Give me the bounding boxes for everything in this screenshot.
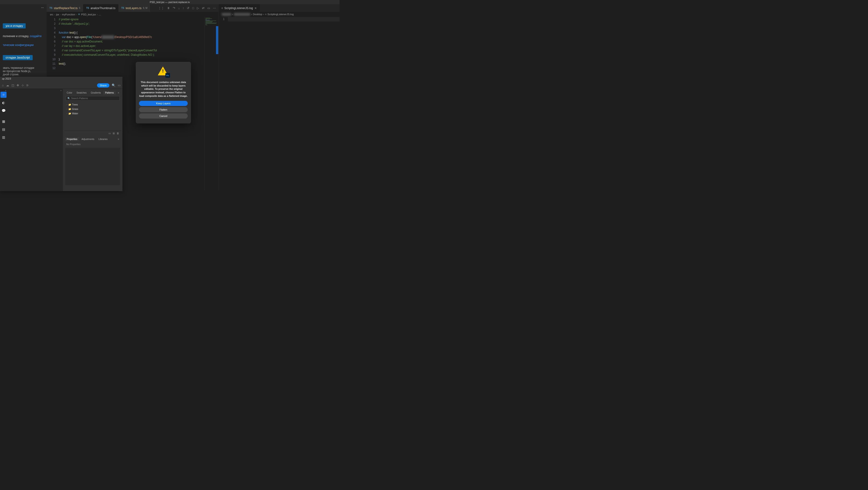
editor-tab[interactable]: TS startReplaceText.ts 6 bbox=[46, 4, 83, 12]
dialog-message: This document contains unknown data whic… bbox=[139, 81, 188, 97]
file-icon: ≡ bbox=[265, 13, 266, 16]
keep-layers-button[interactable]: Keep Layers bbox=[139, 101, 188, 106]
typescript-icon: TS bbox=[86, 7, 89, 9]
drag-icon[interactable]: ⋮⋮ bbox=[158, 6, 164, 10]
line-number-gutter: 1 bbox=[218, 17, 228, 22]
workspace-icon[interactable]: ▭ bbox=[118, 84, 121, 87]
panel-tab-adjustments[interactable]: Adjustments bbox=[80, 137, 96, 141]
move-icon[interactable]: ✥ bbox=[17, 84, 19, 87]
pattern-folder-trees[interactable]: ›📁Trees bbox=[66, 103, 119, 107]
photoshop-titlebar[interactable]: эр 2023 bbox=[0, 77, 122, 82]
help-text-line: дной строке. bbox=[3, 73, 44, 76]
breadcrumb-segment[interactable]: jsx bbox=[56, 13, 59, 16]
align-icon[interactable]: ⊪ bbox=[26, 84, 29, 87]
search-icon: 🔍 bbox=[67, 97, 70, 99]
panel-tab-color[interactable]: Color bbox=[65, 91, 74, 95]
chevron-right-icon: › bbox=[67, 112, 67, 115]
color-tool-icon[interactable]: ◐ bbox=[0, 99, 6, 106]
config-link[interactable]: тические конфигурации bbox=[3, 44, 34, 47]
home-icon[interactable]: ⌂ bbox=[2, 84, 4, 87]
panel-menu-icon[interactable]: ≡ bbox=[116, 91, 121, 95]
js-debug-button[interactable]: отладки JavaScript bbox=[3, 55, 33, 60]
trash-icon[interactable]: 🗑 bbox=[117, 132, 119, 135]
photoshop-panels: ColorSwatchesGradientsPatterns≡ 🔍 Search… bbox=[63, 89, 122, 191]
photoshop-canvas-area[interactable]: « » ⚛ ◐ 💬 ▦ ▤ ▥ bbox=[0, 89, 63, 191]
folder-icon[interactable]: ▭ bbox=[108, 132, 111, 135]
cancel-button[interactable]: Cancel bbox=[139, 113, 188, 118]
warning-icon: Ps bbox=[158, 66, 169, 78]
sidebar-more-icon[interactable]: ⋯ bbox=[0, 5, 46, 10]
pattern-search-input[interactable]: 🔍 Search Patterns bbox=[66, 96, 120, 100]
collapse-left-icon[interactable]: « bbox=[5, 89, 6, 92]
search-placeholder: Search Patterns bbox=[71, 97, 88, 99]
react-icon: ⚛ bbox=[78, 13, 80, 16]
panel-tab-libraries[interactable]: Libraries bbox=[97, 137, 110, 141]
patterns-panel: ColorSwatchesGradientsPatterns≡ 🔍 Search… bbox=[64, 90, 121, 136]
properties-empty-area bbox=[65, 148, 120, 185]
panel-menu-icon[interactable]: ≡ bbox=[116, 137, 121, 141]
more-icon[interactable]: ⋯ bbox=[213, 6, 216, 10]
scroll-marker[interactable] bbox=[216, 26, 218, 54]
folder-label: Water bbox=[72, 112, 78, 115]
tab-badge: 6 bbox=[79, 7, 81, 9]
breadcrumb-segment[interactable]: myFunction bbox=[62, 13, 75, 16]
photoshop-badge-icon: Ps bbox=[165, 73, 170, 78]
editor-tab[interactable]: TS analizeThumbnail.ts bbox=[83, 4, 119, 12]
breadcrumb-segment[interactable]: src bbox=[50, 13, 53, 16]
chevron-right-icon: › bbox=[54, 13, 55, 16]
panel-tab-patterns[interactable]: Patterns bbox=[103, 91, 116, 95]
breadcrumb-segment[interactable]: … bbox=[99, 13, 101, 16]
run-debug-button[interactable]: уск и отладку bbox=[3, 23, 26, 28]
compare-icon[interactable]: ⇄ bbox=[202, 6, 205, 10]
chevron-right-icon: › bbox=[67, 104, 67, 106]
split-icon[interactable]: ▭ bbox=[207, 6, 210, 10]
tab-badge: 9, M bbox=[143, 7, 147, 9]
folder-label: Grass bbox=[72, 108, 79, 110]
panel-tab-properties[interactable]: Properties bbox=[65, 137, 79, 141]
editor-tab[interactable]: TS testLayers.ts 9, M bbox=[119, 4, 150, 12]
pause-icon[interactable]: ⏸ bbox=[167, 6, 170, 10]
new-icon[interactable]: ⊞ bbox=[113, 132, 115, 135]
panel-tab-gradients[interactable]: Gradients bbox=[89, 91, 103, 95]
photoshop-window: эр 2023 ⌂ ☁ ◫ ✥ ⊹ ⊪ Share 🔍 ▭ « » ⚛ ◐ 💬 … bbox=[0, 77, 122, 191]
library-icon[interactable]: ▥ bbox=[0, 134, 6, 140]
folder-icon: 📁 bbox=[68, 104, 71, 106]
search-icon[interactable]: 🔍 bbox=[112, 84, 116, 87]
tab-bar: TS startReplaceText.ts 6TS analizeThumbn… bbox=[46, 4, 218, 12]
photoshop-left-toolbar: ⚛ ◐ 💬 ▦ ▤ ▥ bbox=[0, 92, 7, 140]
step-over-icon[interactable]: ↷ bbox=[173, 6, 175, 10]
step-into-icon[interactable]: ↓ bbox=[178, 6, 180, 10]
flatten-button[interactable]: Flatten bbox=[139, 107, 188, 112]
atom-tool-icon[interactable]: ⚛ bbox=[0, 92, 6, 98]
select-icon[interactable]: ◫ bbox=[11, 84, 14, 87]
create-link[interactable]: создайте bbox=[30, 34, 41, 38]
tab-log-file[interactable]: ≡ ScriptingListenerJS.log ✕ bbox=[218, 4, 260, 12]
breadcrumb-segment[interactable]: Desktop bbox=[253, 13, 262, 16]
breadcrumb-segment[interactable]: ScriptingListenerJS.log bbox=[268, 13, 294, 16]
cloud-icon[interactable]: ☁ bbox=[6, 84, 9, 87]
breadcrumb-right[interactable]: › › Desktop › ≡ ScriptingListenerJS.log bbox=[218, 12, 340, 17]
minimap[interactable] bbox=[204, 17, 218, 191]
layers-tool-icon[interactable]: ▤ bbox=[0, 126, 6, 132]
editor-pane-right: ≡ ScriptingListenerJS.log ✕ › › Desktop … bbox=[218, 4, 340, 191]
panel-tab-swatches[interactable]: Swatches bbox=[74, 91, 88, 95]
current-line-highlight[interactable] bbox=[228, 17, 340, 22]
step-out-icon[interactable]: ↑ bbox=[183, 6, 184, 10]
transform-icon[interactable]: ⊹ bbox=[22, 84, 24, 87]
stop-icon[interactable]: □ bbox=[192, 6, 194, 10]
chat-icon[interactable]: 💬 bbox=[0, 108, 6, 114]
pattern-folder-water[interactable]: ›📁Water bbox=[66, 111, 119, 116]
play-icon[interactable]: ▷ bbox=[197, 6, 199, 10]
folder-icon: 📁 bbox=[68, 112, 71, 115]
close-icon[interactable]: ✕ bbox=[254, 6, 257, 10]
image-tool-icon[interactable]: ▦ bbox=[0, 118, 6, 124]
typescript-icon: TS bbox=[50, 7, 53, 9]
collapse-right-icon[interactable]: » bbox=[60, 89, 62, 92]
pattern-folder-grass[interactable]: ›📁Grass bbox=[66, 107, 119, 111]
restart-icon[interactable]: ↺ bbox=[187, 6, 189, 10]
breadcrumb-segment[interactable]: PSD_test.jsx bbox=[81, 13, 96, 16]
share-button[interactable]: Share bbox=[97, 83, 110, 87]
breadcrumb[interactable]: src›jsx›myFunction›⚛PSD_test.jsx›… bbox=[46, 12, 218, 17]
photoshop-toolbar: ⌂ ☁ ◫ ✥ ⊹ ⊪ Share 🔍 ▭ bbox=[0, 82, 122, 89]
no-properties-label: No Properties bbox=[64, 142, 121, 147]
